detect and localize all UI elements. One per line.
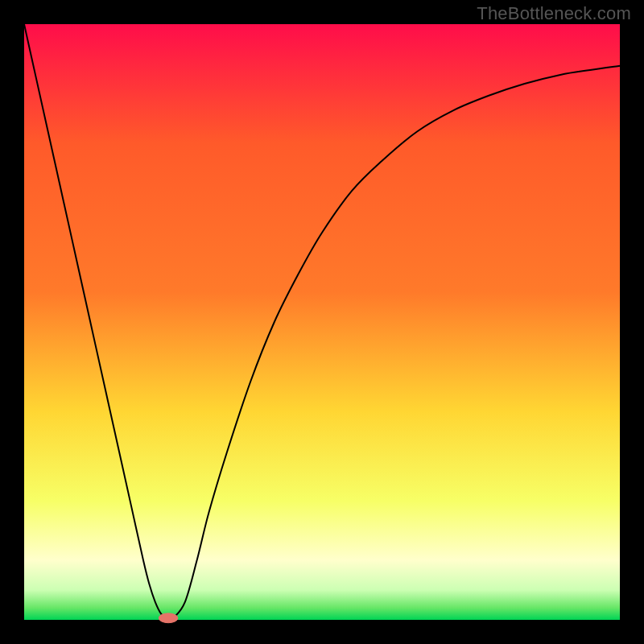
min-marker <box>159 613 178 623</box>
plot-background-gradient <box>24 24 620 620</box>
bottleneck-chart <box>0 0 644 644</box>
chart-container: TheBottleneck.com <box>0 0 644 644</box>
watermark-text: TheBottleneck.com <box>477 3 631 24</box>
